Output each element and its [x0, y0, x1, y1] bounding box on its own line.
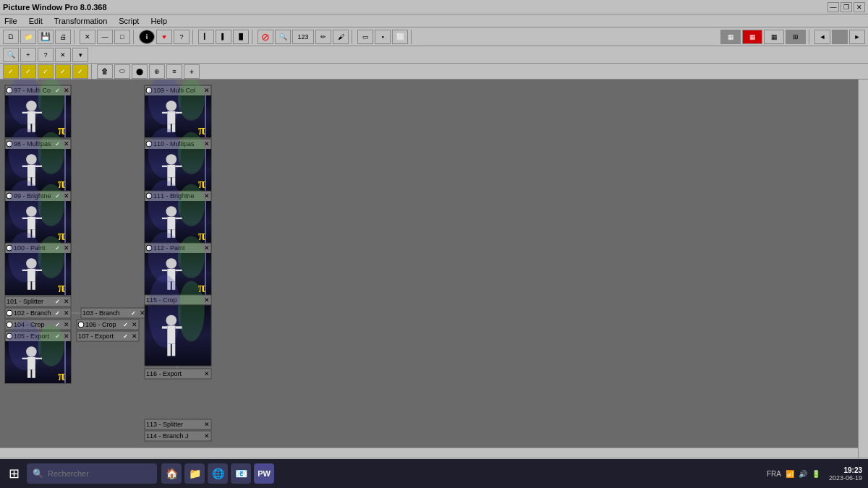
taskbar-pw-app[interactable]: PW [254, 463, 274, 484]
tb-zoom[interactable]: 🔍 [275, 30, 291, 44]
horizontal-scrollbar[interactable] [0, 448, 858, 458]
tb-arr-right[interactable]: ► [849, 30, 865, 44]
taskbar-app-3[interactable]: 🌐 [208, 463, 228, 484]
tb2-close[interactable]: ✕ [55, 48, 71, 62]
window-controls: — ❐ ✕ [827, 2, 865, 12]
tb-grid1[interactable]: ▦ [720, 30, 741, 44]
tb3-plus[interactable]: + [184, 64, 200, 79]
tb-grid3[interactable]: ▦ [764, 30, 784, 44]
tb-arr-left[interactable]: ◄ [814, 30, 830, 44]
vertical-scrollbar[interactable] [858, 80, 868, 458]
tray-wifi: 📶 [786, 470, 794, 478]
tb3-check4[interactable]: ✓ [55, 64, 71, 79]
toolbar-secondary: 🔍 + ? ✕ ▾ [0, 46, 868, 64]
tb-pencil[interactable]: ✏ [315, 30, 331, 44]
sep1 [74, 30, 77, 44]
tb-new[interactable]: 🗋 [3, 30, 19, 44]
tb-bar3[interactable]: █ [233, 30, 249, 44]
tb-123[interactable]: 123 [292, 30, 314, 44]
tb-print[interactable]: 🖨 [55, 30, 71, 44]
menu-help[interactable]: Help [149, 17, 169, 25]
tb2-zoom[interactable]: 🔍 [3, 48, 19, 62]
workspace [0, 80, 868, 458]
sep6 [411, 30, 414, 44]
tb-open[interactable]: 📁 [20, 30, 36, 44]
tray-time: 19:23 [843, 466, 862, 474]
tb-rect3[interactable]: ⬜ [392, 30, 408, 44]
menu-bar: File Edit Transformation Script Help [0, 14, 868, 27]
tb2-help[interactable]: ? [38, 48, 54, 62]
taskbar-app-2[interactable]: 📁 [184, 463, 205, 484]
workspace-canvas [0, 80, 858, 448]
tb-paint[interactable]: 🖌 [333, 30, 349, 44]
start-button[interactable]: ⊞ [6, 466, 22, 481]
tb-circle-red[interactable]: ⊘ [258, 30, 273, 44]
sep5 [352, 30, 354, 44]
tray-date: 2023-06-19 [829, 474, 862, 481]
tb-arr-mid[interactable] [832, 30, 848, 44]
tb-save[interactable]: 💾 [38, 30, 54, 44]
tb-bar2[interactable]: ▌ [216, 30, 231, 44]
tb-grid2[interactable]: ▦ [742, 30, 762, 44]
title-bar: Picture Window Pro 8.0.368 — ❐ ✕ [0, 0, 868, 14]
app-title: Picture Window Pro 8.0.368 [3, 3, 107, 12]
tb3-cross[interactable]: ⊕ [149, 64, 165, 79]
sep3 [192, 30, 195, 44]
tb-help[interactable]: ? [174, 30, 190, 44]
tb-cut[interactable]: ✕ [80, 30, 95, 44]
tb-rect2[interactable]: ▪ [375, 30, 391, 44]
menu-file[interactable]: File [3, 17, 19, 25]
tb3-check3[interactable]: ✓ [38, 64, 54, 79]
menu-edit[interactable]: Edit [27, 17, 44, 25]
tray-lang: FRA [767, 470, 781, 478]
menu-transformation[interactable]: Transformation [53, 17, 109, 25]
tb3-check5[interactable]: ✓ [72, 64, 88, 79]
tb-info[interactable]: i [139, 30, 155, 44]
tb-grid4[interactable]: ⊞ [786, 30, 806, 44]
tb2-arrow[interactable]: ▾ [72, 48, 88, 62]
tb3-lines[interactable]: ≡ [166, 64, 182, 79]
tray-sound: 🔊 [799, 470, 807, 478]
tb3-check1[interactable]: ✓ [3, 64, 19, 79]
toolbar-main: 🗋 📁 💾 🖨 ✕ — □ i ♥ ? ▎ ▌ █ ⊘ 🔍 123 ✏ 🖌 ▭ … [0, 27, 868, 46]
sep2 [133, 30, 136, 44]
sep7 [809, 30, 812, 44]
tb3-check2[interactable]: ✓ [20, 64, 36, 79]
tray-battery: 🔋 [812, 470, 820, 478]
taskbar-icons: 🏠 📁 🌐 📧 PW [161, 463, 762, 484]
minimize-button[interactable]: — [827, 2, 839, 12]
restore-button[interactable]: ❐ [841, 2, 852, 12]
taskbar: ⊞ 🔍 🏠 📁 🌐 📧 PW FRA 📶 🔊 🔋 19:23 2023-06-1… [0, 459, 868, 488]
taskbar-app-1[interactable]: 🏠 [161, 463, 182, 484]
sep4 [252, 30, 255, 44]
tb3-trash[interactable]: 🗑 [97, 64, 113, 79]
sep8 [91, 64, 94, 79]
menu-script[interactable]: Script [117, 17, 140, 25]
tb3-oval[interactable]: ⬭ [114, 64, 130, 79]
tb-copy[interactable]: □ [114, 30, 130, 44]
taskbar-app-4[interactable]: 📧 [231, 463, 251, 484]
tb-rect1[interactable]: ▭ [357, 30, 373, 44]
taskbar-search[interactable] [48, 469, 149, 478]
taskbar-tray: FRA 📶 🔊 🔋 19:23 2023-06-19 [767, 466, 862, 481]
close-button[interactable]: ✕ [854, 2, 865, 12]
tb-heart[interactable]: ♥ [156, 30, 172, 44]
tb2-plus[interactable]: + [20, 48, 36, 62]
tb-minus[interactable]: — [97, 30, 113, 44]
tb3-circle[interactable]: ⬤ [132, 64, 148, 79]
toolbar-check: ✓ ✓ ✓ ✓ ✓ 🗑 ⬭ ⬤ ⊕ ≡ + [0, 64, 868, 80]
tb-bar1[interactable]: ▎ [198, 30, 214, 44]
